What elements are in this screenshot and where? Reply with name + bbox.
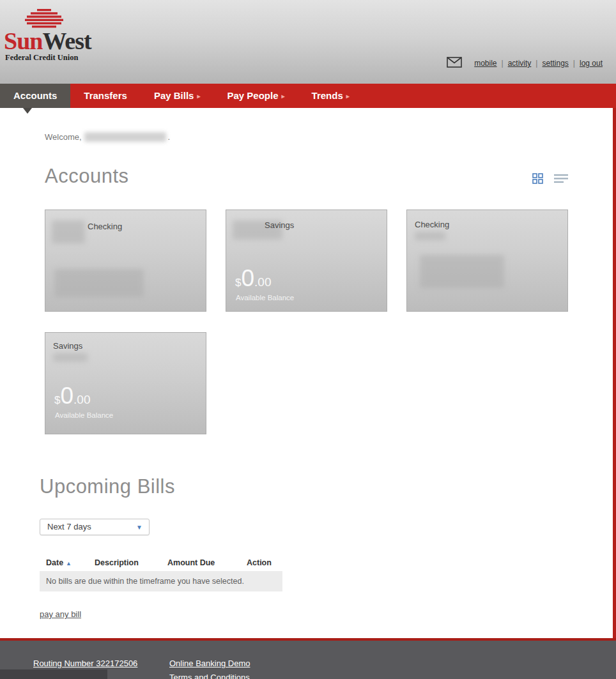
account-balance: $0.00 xyxy=(235,265,271,292)
chevron-right-icon: ▸ xyxy=(197,93,200,100)
mail-icon[interactable] xyxy=(447,57,462,70)
nav-tab-pay-people[interactable]: Pay People▸ xyxy=(213,84,298,108)
nav-tab-trends[interactable]: Trends▸ xyxy=(298,84,363,108)
welcome-prefix: Welcome, xyxy=(45,132,82,142)
accounts-title: Accounts xyxy=(45,165,568,188)
redacted-balance xyxy=(420,255,504,288)
site-footer: Routing Number 322172506 Online Banking … xyxy=(0,638,616,679)
upcoming-bills-title: Upcoming Bills xyxy=(40,475,613,498)
footer-corner-panel xyxy=(0,669,107,679)
balance-fraction: .00 xyxy=(254,275,271,289)
grid-view-icon[interactable] xyxy=(532,173,544,187)
chevron-down-icon: ▼ xyxy=(136,520,142,535)
utility-nav: mobile | activity | settings | log out xyxy=(447,57,607,70)
column-header-description: Description xyxy=(95,558,167,567)
sunwest-logo[interactable]: SunWest Federal Credit Union xyxy=(4,9,144,63)
redacted-account-number xyxy=(53,353,88,362)
chevron-right-icon: ▸ xyxy=(282,93,285,100)
list-view-icon[interactable] xyxy=(554,174,568,186)
account-type-label: Savings xyxy=(53,341,82,351)
upcoming-bills-section: Upcoming Bills Next 7 days ▼ Date▲ Descr… xyxy=(40,475,613,620)
nav-tab-accounts[interactable]: Accounts xyxy=(0,84,70,108)
utility-link-activity[interactable]: activity xyxy=(508,59,532,68)
nav-tab-label: Transfers xyxy=(84,90,127,101)
redacted-balance xyxy=(54,269,144,297)
separator: | xyxy=(502,59,504,68)
online-banking-demo-link[interactable]: Online Banking Demo xyxy=(169,659,250,668)
timeframe-selected-value: Next 7 days xyxy=(47,522,91,531)
welcome-suffix: . xyxy=(168,132,171,142)
pay-any-bill-link[interactable]: pay any bill xyxy=(40,609,81,619)
column-header-action: Action xyxy=(247,558,282,567)
account-type-label: Savings xyxy=(265,220,294,230)
redacted-username xyxy=(84,132,166,142)
balance-fraction: .00 xyxy=(73,393,90,406)
logo-west-text: West xyxy=(42,27,91,54)
bills-table-header: Date▲ Description Amount Due Action xyxy=(40,554,282,571)
terms-and-conditions-link[interactable]: Terms and Conditions xyxy=(169,673,250,679)
account-card-savings-2[interactable]: Savings $0.00 Available Balance xyxy=(45,332,206,434)
nav-tab-transfers[interactable]: Transfers xyxy=(70,84,141,108)
routing-number-link[interactable]: Routing Number 322172506 xyxy=(33,659,137,668)
account-card-checking-1[interactable]: Checking xyxy=(45,210,206,312)
logo-tagline: Federal Credit Union xyxy=(5,53,144,63)
account-cards-grid: Checking Savings $0.00 Available Balance… xyxy=(45,210,569,434)
site-header: SunWest Federal Credit Union mobile | ac… xyxy=(0,0,616,84)
account-card-checking-2[interactable]: Checking xyxy=(406,210,568,312)
column-header-date[interactable]: Date▲ xyxy=(40,558,95,567)
nav-tab-label: Accounts xyxy=(13,90,57,101)
nav-tab-label: Trends xyxy=(312,90,343,101)
bills-timeframe-select[interactable]: Next 7 days ▼ xyxy=(40,519,150,535)
account-card-savings-1[interactable]: Savings $0.00 Available Balance xyxy=(226,210,387,312)
nav-tab-pay-bills[interactable]: Pay Bills▸ xyxy=(141,84,214,108)
available-balance-label: Available Balance xyxy=(236,294,294,301)
bills-empty-message: No bills are due within the timeframe yo… xyxy=(40,571,282,591)
separator: | xyxy=(535,59,537,68)
chevron-right-icon: ▸ xyxy=(346,93,350,100)
utility-link-logout[interactable]: log out xyxy=(580,59,603,68)
available-balance-label: Available Balance xyxy=(55,411,113,419)
logo-wordmark: SunWest xyxy=(4,29,144,52)
account-type-label: Checking xyxy=(415,220,449,229)
nav-tab-label: Pay People xyxy=(227,90,278,101)
column-header-amount-due: Amount Due xyxy=(167,558,247,567)
main-content: Welcome,. Accounts xyxy=(0,108,616,638)
balance-whole: 0 xyxy=(60,383,73,409)
sort-ascending-icon: ▲ xyxy=(66,560,72,567)
accounts-section-header: Accounts xyxy=(45,165,568,188)
redacted-account-number xyxy=(415,232,445,240)
view-toggles xyxy=(532,173,568,187)
utility-link-settings[interactable]: settings xyxy=(542,59,568,68)
redacted-account-nickname xyxy=(52,220,85,243)
account-type-label: Checking xyxy=(88,222,122,231)
column-header-label: Date xyxy=(46,558,63,567)
nav-tab-label: Pay Bills xyxy=(154,90,194,101)
utility-link-mobile[interactable]: mobile xyxy=(474,59,497,68)
primary-nav: Accounts Transfers Pay Bills▸ Pay People… xyxy=(0,84,616,108)
separator: | xyxy=(573,59,575,68)
balance-whole: 0 xyxy=(241,265,254,291)
account-balance: $0.00 xyxy=(54,383,90,409)
logo-sun-text: Sun xyxy=(4,27,42,54)
bills-table: Date▲ Description Amount Due Action No b… xyxy=(40,554,282,591)
welcome-message: Welcome,. xyxy=(45,132,613,142)
